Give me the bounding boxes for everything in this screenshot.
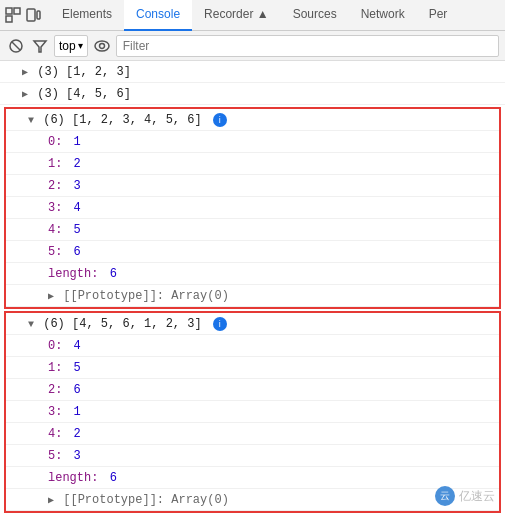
filter-input[interactable] bbox=[116, 35, 499, 57]
array-item-1-0: 0: 1 bbox=[6, 131, 499, 153]
array-item-2-3: 3: 1 bbox=[6, 401, 499, 423]
info-badge-1: i bbox=[213, 113, 227, 127]
tab-per[interactable]: Per bbox=[417, 0, 460, 31]
expand-icon-1[interactable] bbox=[22, 65, 28, 80]
svg-rect-3 bbox=[27, 9, 35, 21]
array-item-2-2: 2: 6 bbox=[6, 379, 499, 401]
svg-line-6 bbox=[12, 42, 20, 50]
index-value: 3 bbox=[74, 179, 81, 193]
index-label: 2: bbox=[48, 383, 62, 397]
array-length-1: length: 6 bbox=[6, 263, 499, 285]
info-badge-2: i bbox=[213, 317, 227, 331]
collapse-icon-2[interactable] bbox=[28, 317, 34, 332]
array-header-1[interactable]: (6) [1, 2, 3, 4, 5, 6] i bbox=[6, 109, 499, 131]
index-label: 2: bbox=[48, 179, 62, 193]
index-value: 6 bbox=[74, 245, 81, 259]
context-selector[interactable]: top ▾ bbox=[54, 35, 88, 57]
array-item-2-1: 1: 5 bbox=[6, 357, 499, 379]
index-label: 1: bbox=[48, 361, 62, 375]
index-label: 3: bbox=[48, 201, 62, 215]
array-item-1-2: 2: 3 bbox=[6, 175, 499, 197]
index-value: 2 bbox=[74, 157, 81, 171]
expanded-array-box-2: (6) [4, 5, 6, 1, 2, 3] i 0: 4 1: 5 2: 6 bbox=[4, 311, 501, 513]
array-item-2-5: 5: 3 bbox=[6, 445, 499, 467]
length-label: length: bbox=[48, 471, 98, 485]
expanded-array-box-1: (6) [1, 2, 3, 4, 5, 6] i 0: 1 1: 2 2: 3 bbox=[4, 107, 501, 309]
svg-rect-2 bbox=[6, 16, 12, 22]
tab-recorder[interactable]: Recorder ▲ bbox=[192, 0, 281, 31]
svg-point-9 bbox=[99, 43, 104, 48]
line-gutter bbox=[6, 110, 26, 112]
array-label-2: (3) [4, 5, 6] bbox=[37, 87, 131, 101]
array-item-2-0: 0: 4 bbox=[6, 335, 499, 357]
collapse-icon-1[interactable] bbox=[28, 113, 34, 128]
svg-rect-0 bbox=[6, 8, 12, 14]
collapsed-row-2[interactable]: (3) [4, 5, 6] bbox=[0, 83, 505, 105]
array-header-2[interactable]: (6) [4, 5, 6, 1, 2, 3] i bbox=[6, 313, 499, 335]
length-label: length: bbox=[48, 267, 98, 281]
box1-header: (6) [1, 2, 3, 4, 5, 6] bbox=[43, 113, 201, 127]
length-value: 6 bbox=[110, 471, 117, 485]
proto-expand-icon[interactable] bbox=[48, 493, 54, 508]
array-label-1: (3) [1, 2, 3] bbox=[37, 65, 131, 79]
array-item-1-3: 3: 4 bbox=[6, 197, 499, 219]
array-item-1-4: 4: 5 bbox=[6, 219, 499, 241]
svg-rect-4 bbox=[37, 11, 40, 19]
index-label: 4: bbox=[48, 223, 62, 237]
watermark-icon: 云 bbox=[435, 486, 455, 506]
proto-label: [[Prototype]]: Array(0) bbox=[63, 289, 229, 303]
index-label: 4: bbox=[48, 427, 62, 441]
svg-point-8 bbox=[95, 41, 109, 51]
index-label: 5: bbox=[48, 449, 62, 463]
filter-toggle-button[interactable] bbox=[30, 36, 50, 56]
watermark: 云 亿速云 bbox=[435, 486, 495, 506]
array-proto-1[interactable]: [[Prototype]]: Array(0) bbox=[6, 285, 499, 307]
chevron-down-icon: ▾ bbox=[78, 40, 83, 51]
tab-console[interactable]: Console bbox=[124, 0, 192, 31]
array-item-1-5: 5: 6 bbox=[6, 241, 499, 263]
index-label: 0: bbox=[48, 135, 62, 149]
expand-icon-2[interactable] bbox=[22, 87, 28, 102]
array-proto-2[interactable]: [[Prototype]]: Array(0) bbox=[6, 489, 499, 511]
tab-network[interactable]: Network bbox=[349, 0, 417, 31]
index-label: 0: bbox=[48, 339, 62, 353]
index-value: 4 bbox=[74, 339, 81, 353]
index-value: 3 bbox=[74, 449, 81, 463]
length-value: 6 bbox=[110, 267, 117, 281]
svg-marker-7 bbox=[34, 41, 46, 52]
collapsed-row-1[interactable]: (3) [1, 2, 3] bbox=[0, 61, 505, 83]
index-label: 5: bbox=[48, 245, 62, 259]
proto-expand-icon[interactable] bbox=[48, 289, 54, 304]
tab-elements[interactable]: Elements bbox=[50, 0, 124, 31]
index-value: 1 bbox=[74, 135, 81, 149]
index-value: 2 bbox=[74, 427, 81, 441]
watermark-text: 亿速云 bbox=[459, 488, 495, 505]
inspect-icon[interactable] bbox=[4, 6, 22, 24]
line-gutter bbox=[0, 62, 20, 64]
console-toolbar: top ▾ bbox=[0, 31, 505, 61]
proto-label: [[Prototype]]: Array(0) bbox=[63, 493, 229, 507]
index-value: 6 bbox=[74, 383, 81, 397]
console-output: (3) [1, 2, 3] (3) [4, 5, 6] (6) [1, 2, 3… bbox=[0, 61, 505, 516]
line-gutter bbox=[6, 314, 26, 316]
array-item-1-1: 1: 2 bbox=[6, 153, 499, 175]
index-value: 5 bbox=[74, 361, 81, 375]
live-expressions-button[interactable] bbox=[92, 36, 112, 56]
clear-console-button[interactable] bbox=[6, 36, 26, 56]
index-value: 5 bbox=[74, 223, 81, 237]
index-label: 3: bbox=[48, 405, 62, 419]
svg-rect-1 bbox=[14, 8, 20, 14]
devtools-icons bbox=[4, 6, 42, 24]
index-value: 1 bbox=[74, 405, 81, 419]
array-length-2: length: 6 bbox=[6, 467, 499, 489]
index-label: 1: bbox=[48, 157, 62, 171]
tab-sources[interactable]: Sources bbox=[281, 0, 349, 31]
tab-bar: Elements Console Recorder ▲ Sources Netw… bbox=[0, 0, 505, 31]
index-value: 4 bbox=[74, 201, 81, 215]
array-item-2-4: 4: 2 bbox=[6, 423, 499, 445]
box2-header: (6) [4, 5, 6, 1, 2, 3] bbox=[43, 317, 201, 331]
device-icon[interactable] bbox=[24, 6, 42, 24]
line-gutter bbox=[0, 84, 20, 86]
